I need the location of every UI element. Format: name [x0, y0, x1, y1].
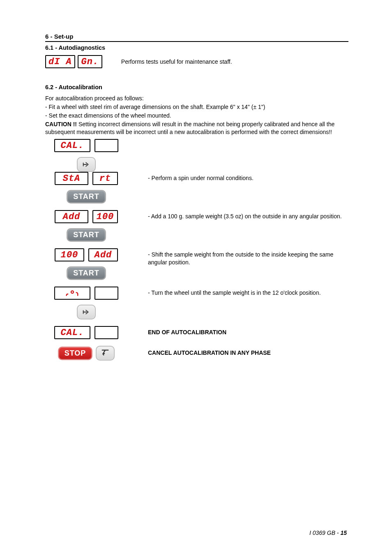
- hundredadd-description: - Shift the sample weight from the outsi…: [148, 248, 348, 266]
- back-icon-button[interactable]: [96, 346, 115, 361]
- rotate-glyph-icon: [65, 290, 80, 297]
- cal-top-right-box: [95, 139, 118, 152]
- cancel-description: CANCEL AUTOCALIBRATION IN ANY PHASE: [148, 346, 348, 357]
- cal-top-left-text: CAL.: [61, 141, 84, 150]
- rotate-right-box: [95, 287, 118, 300]
- rotate-description: - Turn the wheel until the sample weight…: [148, 287, 348, 297]
- add100-left-box: Add: [55, 210, 88, 223]
- rotate-left-box: [54, 287, 90, 300]
- svg-point-0: [71, 291, 74, 294]
- arrow-back-icon: [101, 349, 110, 358]
- autocal-intro-1: For autocalibration proceed as follows:: [45, 95, 348, 102]
- autodiagnostics-display: dI A Gn.: [45, 55, 102, 68]
- cal-top-left-box: CAL.: [54, 139, 90, 152]
- autocal-intro-2: - Fit a wheel with steel rim of average …: [45, 103, 348, 111]
- footer-doc: I 0369 GB -: [309, 530, 340, 536]
- spin-description: - Perform a spin under normal conditions…: [148, 172, 348, 182]
- spin-right-box: rt: [92, 172, 118, 185]
- add100-right-text: 100: [97, 213, 114, 222]
- stop-button[interactable]: STOP: [58, 347, 93, 360]
- spin-right-text: rt: [99, 174, 111, 183]
- page-footer: I 0369 GB - 15: [309, 530, 347, 536]
- section-6-title: 6 - Set-up: [45, 33, 348, 40]
- display-left-box: dI A: [45, 55, 75, 68]
- cal-end-display: CAL.: [54, 326, 118, 339]
- arrow-right-icon: [82, 160, 91, 169]
- hundredadd-right-box: Add: [88, 248, 118, 261]
- start-button-3[interactable]: START: [67, 266, 106, 280]
- hundredadd-left-box: 100: [55, 248, 84, 261]
- spin-left-box: StA: [55, 172, 88, 185]
- rotate-display: [54, 287, 118, 300]
- hundredadd-right-text: Add: [95, 251, 112, 260]
- hundredadd-display: 100 Add: [55, 248, 118, 261]
- start-button-2-label: START: [73, 231, 99, 239]
- cal-end-description: END OF AUTOCALIBRATION: [148, 326, 348, 336]
- arrow-right-icon: [82, 308, 91, 317]
- start-button-1[interactable]: START: [67, 190, 106, 204]
- cal-end-left-box: CAL.: [54, 326, 90, 339]
- cal-top-display: CAL.: [54, 139, 118, 152]
- display-right-text: Gn.: [81, 58, 99, 67]
- hundredadd-left-text: 100: [61, 251, 78, 260]
- footer-page: 15: [340, 530, 347, 536]
- cal-end-right-box: [95, 326, 118, 339]
- section-6-2-title: 6.2 - Autocalibration: [45, 84, 348, 90]
- caution-text: Setting incorrect dimensions will result…: [45, 121, 334, 135]
- start-button-1-label: START: [73, 192, 99, 201]
- proceed-icon-button-2[interactable]: [77, 305, 96, 319]
- caution-label: CAUTION !!: [45, 121, 77, 127]
- cal-end-left-text: CAL.: [61, 328, 84, 338]
- add100-right-box: 100: [92, 210, 118, 223]
- section-6-1-title: 6.1 - Autodiagnostics: [45, 44, 348, 51]
- spin-left-text: StA: [63, 174, 81, 183]
- start-button-2[interactable]: START: [67, 228, 106, 242]
- display-left-text: dI A: [48, 58, 72, 67]
- rotate-left-glyph: [65, 290, 80, 297]
- display-right-box: Gn.: [78, 55, 102, 68]
- autodiagnostics-description: Performs tests useful for maintenance st…: [121, 58, 232, 66]
- proceed-icon-button[interactable]: [77, 157, 96, 172]
- autocal-intro-3: - Set the exact dimensions of the wheel …: [45, 112, 348, 120]
- spin-display: StA rt: [55, 172, 118, 185]
- stop-button-label: STOP: [65, 349, 86, 358]
- autocal-caution: CAUTION !! Setting incorrect dimensions …: [45, 120, 348, 136]
- add100-display: Add 100: [55, 210, 118, 223]
- start-button-3-label: START: [73, 269, 99, 278]
- add100-description: - Add a 100 g. sample weight (3.5 oz) on…: [148, 210, 348, 220]
- section-divider: [45, 41, 348, 42]
- autodiagnostics-row: dI A Gn. Performs tests useful for maint…: [45, 55, 348, 68]
- add100-left-text: Add: [63, 213, 81, 222]
